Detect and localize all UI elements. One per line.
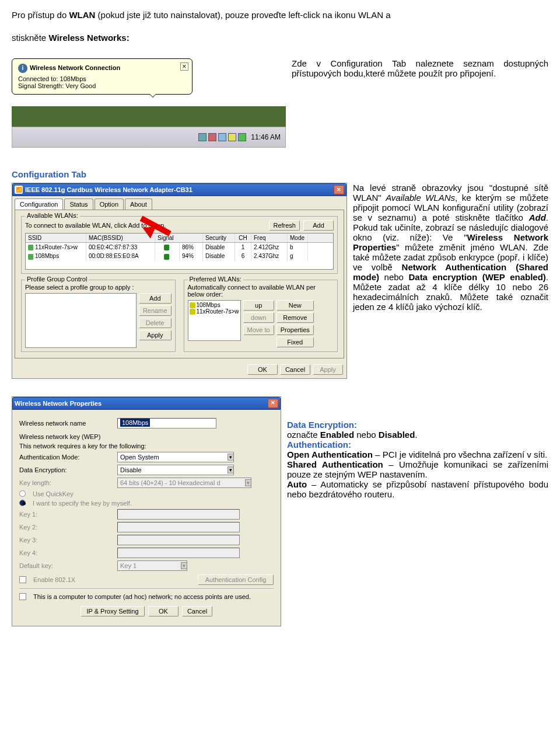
tray-icon[interactable] [208, 133, 216, 141]
available-wlans-label: Available WLANs: [25, 212, 80, 219]
auth-mode-select[interactable]: Open System [117, 452, 234, 462]
network-name-input[interactable]: 108Mbps [117, 418, 216, 428]
hint-text: Automatically connect to available WLAN … [188, 284, 334, 298]
properties-window: Wireless Network Properties ✕ Wireless n… [12, 396, 281, 626]
cancel-button[interactable]: Cancel [280, 364, 310, 375]
col-header[interactable]: Freq [251, 234, 288, 242]
enable-8021x-checkbox [19, 576, 26, 583]
app-icon: 📶 [15, 186, 23, 194]
field-label: Key 4: [19, 549, 113, 556]
col-header[interactable]: CH [235, 234, 251, 242]
apply-button[interactable]: Apply [313, 364, 343, 375]
tab-option[interactable]: Option [94, 198, 124, 210]
field-label: Key 3: [19, 536, 113, 544]
intro-p3: Zde v Configuration Tab naleznete seznam… [292, 58, 548, 78]
down-button[interactable]: down [243, 312, 274, 323]
col-header[interactable]: Security [203, 234, 235, 242]
preferred-wlans-label: Preferred WLANs: [188, 276, 243, 283]
tabs: ConfigurationStatusOptionAbout [12, 196, 346, 210]
auth-config-button: Authentication Config [198, 574, 274, 585]
properties-button[interactable]: Properties [276, 325, 314, 335]
add-button[interactable]: Add [139, 293, 172, 304]
col-header[interactable]: Mode [288, 234, 308, 242]
group-label: Wireless network key (WEP) [19, 433, 100, 440]
close-icon[interactable]: ✕ [334, 185, 344, 194]
tab-configuration[interactable]: Configuration [15, 198, 63, 210]
tray-icon[interactable] [228, 133, 236, 141]
key2-input [117, 522, 240, 532]
field-label: Wireless network name [19, 420, 113, 427]
apply-button[interactable]: Apply [139, 330, 172, 340]
properties-description: Data Encryption: označte Enabled nebo Di… [287, 396, 548, 499]
adhoc-checkbox[interactable] [19, 593, 26, 600]
ok-button[interactable]: OK [247, 364, 278, 375]
up-button[interactable]: up [243, 300, 274, 311]
intro-p2: stiskněte Wireless Networks: [12, 32, 548, 45]
rename-button[interactable]: Rename [139, 305, 172, 316]
cancel-button[interactable]: Cancel [182, 606, 212, 616]
profile-group-label: Profile Group Control [25, 276, 89, 283]
tray-icon[interactable] [198, 133, 206, 141]
field-label: Data Encryption: [19, 466, 113, 473]
wlan-tray-icon[interactable] [238, 133, 246, 141]
intro-p1: Pro přístup do WLAN (pokud jste již tuto… [12, 9, 548, 22]
taskbar-clock: 11:46 AM [251, 133, 281, 141]
col-header[interactable]: Signal [155, 234, 203, 242]
ok-button[interactable]: OK [148, 606, 178, 616]
field-label: Authentication Mode: [19, 454, 113, 461]
tab-about[interactable]: About [125, 198, 152, 210]
col-header[interactable]: SSID [26, 234, 86, 242]
key3-input [117, 535, 240, 545]
key-length-select: 64 bits (40+24) - 10 Hexadecimal d [117, 478, 251, 488]
radio-manual [19, 500, 26, 506]
config-utility-screenshot: 📶 IEEE 802.11g Cardbus Wireless Network … [12, 183, 347, 379]
section-heading: Configuration Tab [12, 169, 548, 179]
close-icon[interactable]: ✕ [268, 399, 278, 408]
wlan-list[interactable]: SSIDMAC(BSSID)SignalSecurityCHFreqMode 1… [25, 233, 334, 270]
hint-text: Please select a profile group to apply : [25, 284, 172, 291]
field-label: Default key: [19, 562, 113, 569]
move-to-button[interactable]: Move to [243, 325, 274, 335]
radio-quickkey [19, 490, 26, 497]
config-tab-description: Na levé straně obrazovky jsou "dostupné … [353, 183, 548, 312]
table-row[interactable]: 108Mbps00:0D:88:E5:E0:8A94%Disable62.437… [26, 252, 333, 260]
tab-status[interactable]: Status [64, 198, 93, 210]
key4-input [117, 548, 240, 558]
info-icon: i [18, 64, 27, 73]
list-item[interactable]: 11xRouter-7s>w [190, 308, 239, 315]
hint-text: This network requires a key for the foll… [19, 443, 146, 450]
fixed-button[interactable]: Fixed [276, 337, 314, 347]
desktop-screenshot: ✕ iWireless Network Connection Connected… [12, 58, 286, 152]
field-label: Key length: [19, 479, 113, 486]
profile-group-list[interactable] [25, 293, 136, 348]
tray-icon[interactable] [218, 133, 226, 141]
close-icon[interactable]: ✕ [180, 62, 188, 71]
table-row[interactable]: 11xRouter-7s>w00:E0:4C:87:87:3386%Disabl… [26, 243, 333, 252]
refresh-button[interactable]: Refresh [269, 220, 300, 231]
field-label: Key 1: [19, 511, 113, 518]
key1-input [117, 509, 240, 520]
balloon-tooltip: ✕ iWireless Network Connection Connected… [12, 58, 192, 95]
window-titlebar: 📶 IEEE 802.11g Cardbus Wireless Network … [12, 183, 346, 196]
new-button[interactable]: New [276, 300, 314, 311]
add-button[interactable]: Add [303, 220, 334, 231]
default-key-select: Key 1 [117, 560, 187, 571]
data-encryption-select[interactable]: Disable [117, 465, 234, 475]
delete-button[interactable]: Delete [139, 318, 172, 328]
taskbar: 11:46 AM [12, 127, 286, 148]
window-titlebar: Wireless Network Properties ✕ [12, 397, 281, 410]
field-label: Key 2: [19, 524, 113, 531]
preferred-list[interactable]: 108Mbps11xRouter-7s>w [188, 300, 241, 341]
ip-proxy-button[interactable]: IP & Proxy Setting [80, 606, 145, 616]
list-item[interactable]: 108Mbps [190, 302, 239, 308]
tray-icons [198, 133, 246, 141]
remove-button[interactable]: Remove [276, 312, 314, 323]
